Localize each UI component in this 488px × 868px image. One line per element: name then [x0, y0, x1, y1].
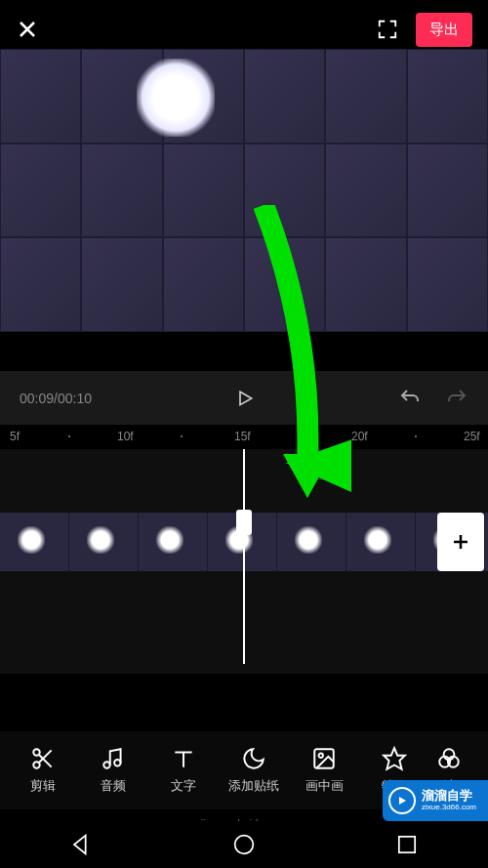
svg-point-23 [235, 836, 254, 854]
svg-point-7 [33, 749, 40, 756]
playhead-handle[interactable] [236, 510, 252, 535]
svg-point-12 [114, 760, 121, 766]
svg-marker-2 [240, 392, 252, 404]
tool-audio[interactable]: 音频 [78, 746, 148, 795]
preview-light [137, 59, 215, 137]
add-clip-button[interactable] [437, 513, 484, 571]
clip-thumbnail[interactable] [0, 513, 69, 571]
svg-point-16 [319, 754, 323, 758]
ruler-mark: 25f [464, 430, 480, 443]
redo-button[interactable] [445, 387, 468, 410]
watermark-badge: 溜溜自学 zixue.3d66.com [383, 780, 488, 821]
total-time: 00:10 [58, 391, 92, 406]
time-display: 00:09/00:10 [20, 391, 92, 406]
export-button[interactable]: 导出 [416, 13, 472, 47]
play-button[interactable] [92, 389, 398, 408]
top-bar: 导出 [0, 0, 488, 59]
fullscreen-button[interactable] [377, 19, 398, 40]
watermark-title: 溜溜自学 [422, 789, 476, 803]
triangle-back-icon [67, 831, 95, 858]
square-recent-icon [393, 831, 421, 858]
clip-thumbnail[interactable] [69, 513, 139, 571]
watermark-play-icon [388, 787, 416, 814]
redo-icon [445, 387, 468, 410]
text-icon [171, 746, 196, 771]
picture-icon [311, 746, 337, 771]
playhead-line [243, 449, 245, 664]
svg-point-8 [33, 762, 40, 768]
close-icon [16, 18, 39, 41]
svg-marker-22 [74, 836, 86, 854]
ruler-mark: 10f [117, 430, 134, 443]
clip-thumbnail[interactable] [139, 513, 208, 571]
preview-content [0, 49, 488, 332]
close-button[interactable] [16, 18, 39, 41]
current-time: 00:09 [20, 391, 54, 406]
tool-text[interactable]: 文字 [148, 746, 219, 795]
filter-icon [436, 746, 462, 771]
ruler-mark: 5f [10, 430, 20, 443]
playback-controls: 00:09/00:10 [0, 371, 488, 425]
scissors-icon [30, 746, 56, 771]
music-note-icon [101, 746, 126, 771]
tool-pip[interactable]: 画中画 [289, 746, 359, 795]
ruler-mark: 20f [351, 430, 368, 443]
clip-thumbnail[interactable] [277, 513, 346, 571]
watermark-url: zixue.3d66.com [422, 804, 476, 812]
undo-button[interactable] [398, 387, 422, 410]
plus-icon [449, 530, 472, 554]
tool-label: 文字 [171, 777, 196, 795]
svg-rect-24 [398, 837, 414, 852]
undo-icon [398, 387, 422, 410]
tool-label: 画中画 [305, 777, 344, 795]
playhead[interactable] [242, 449, 246, 664]
nav-recent-button[interactable] [393, 831, 421, 858]
video-preview[interactable] [0, 49, 488, 332]
ruler-mark: 15f [234, 430, 251, 443]
svg-point-11 [103, 762, 110, 768]
tool-label: 剪辑 [30, 777, 56, 795]
star-icon [382, 746, 407, 771]
tool-sticker[interactable]: 添加贴纸 [219, 746, 289, 795]
play-icon [235, 389, 255, 408]
circle-home-icon [230, 831, 258, 858]
svg-marker-21 [399, 797, 406, 805]
nav-home-button[interactable] [230, 831, 258, 858]
nav-back-button[interactable] [67, 831, 95, 858]
svg-marker-17 [384, 748, 405, 769]
system-nav-bar [0, 821, 488, 868]
expand-icon [377, 19, 398, 40]
clip-thumbnail[interactable] [346, 513, 416, 571]
tool-label: 添加贴纸 [228, 777, 279, 795]
timeline-ruler[interactable]: 5f 10f 15f 20f 25f [0, 425, 488, 448]
moon-icon [241, 746, 266, 771]
tool-trim[interactable]: 剪辑 [8, 746, 78, 795]
tool-label: 音频 [101, 777, 126, 795]
